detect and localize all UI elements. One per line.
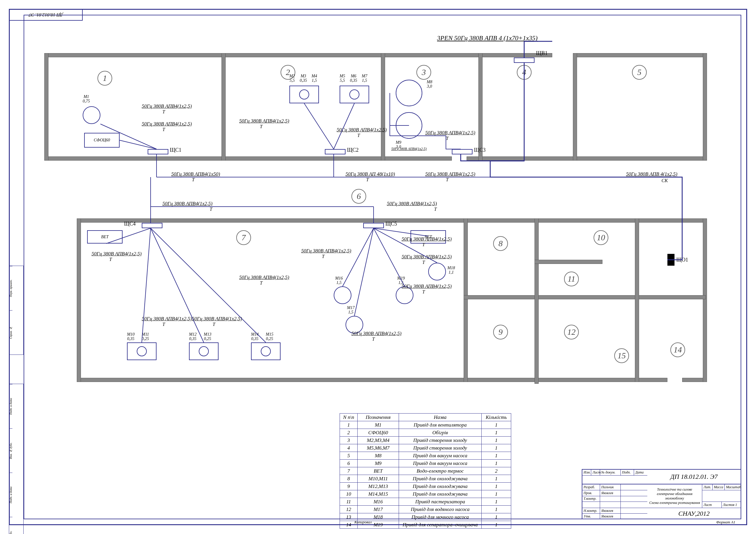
- wall: [703, 53, 707, 161]
- motor-label: М4 1,5: [311, 74, 317, 83]
- cable-t: Т: [366, 177, 369, 182]
- room-badge: 6: [351, 189, 366, 204]
- table-row: 6М9Привід для вакуум насоса1: [340, 460, 511, 467]
- table-cell: 11: [340, 498, 358, 506]
- table-row: 2СФОЦ60Обігрів1: [340, 429, 511, 437]
- table-cell: М2,М3,М4: [358, 437, 399, 444]
- cable-label: 50Гц 380В АПВ4(1х2,5): [239, 275, 289, 280]
- tb-role: Утв.: [582, 514, 600, 519]
- side-tab: Подп. и дата: [9, 473, 13, 517]
- wall: [464, 219, 468, 382]
- motor-label: М12 0,35: [189, 332, 197, 341]
- title-line: Технологічне та силове: [657, 487, 692, 492]
- cable-t: Т: [422, 260, 425, 265]
- cable-label: 50Гц 380В АПВ4(1х2,5): [402, 254, 451, 260]
- table-cell: 5: [340, 452, 358, 460]
- table-cell: 9: [340, 483, 358, 490]
- table-cell: Привід для сепаратора–очищувача: [399, 521, 482, 529]
- cable-t: Т: [260, 124, 262, 129]
- tb-mass: Масса: [713, 484, 725, 490]
- cable-t: Т: [162, 127, 165, 132]
- cable-label: 50Гц 380В АПВ 4(1х2,5): [626, 171, 677, 177]
- cable-t: Т: [322, 254, 325, 259]
- tb-sheet: Лист: [702, 502, 722, 508]
- cable-label: 50Гц 380В АПВ4(1х2,5): [142, 316, 192, 322]
- side-tab: Инв. № подл.: [9, 517, 13, 534]
- drawing-number-top: ДП 18.012.01. Э7: [9, 9, 83, 21]
- motor-label: М8 3,0: [427, 80, 432, 89]
- room-badge: 7: [236, 230, 251, 245]
- room-badge: 14: [670, 342, 685, 357]
- table-row: 1М1Привід для вентилятора1: [340, 421, 511, 429]
- tb-col: Дата: [634, 470, 647, 475]
- svg-line-15: [342, 228, 374, 286]
- panel-label: ЩС2: [347, 147, 359, 153]
- wall: [77, 219, 81, 382]
- table-cell: М17: [358, 506, 399, 513]
- table-cell: Привід пастеризатора: [399, 498, 482, 506]
- cable-t: Т: [162, 109, 165, 115]
- panel-qv1: [514, 58, 534, 63]
- th: Позначення: [358, 414, 399, 421]
- table-cell: 2: [340, 429, 358, 437]
- table-cell: М8: [358, 452, 399, 460]
- wall: [576, 53, 706, 57]
- motor-group-1415: [251, 342, 281, 360]
- tb-role: Разраб.: [582, 484, 600, 490]
- cable-t: Т: [357, 133, 360, 138]
- wall: [534, 260, 603, 264]
- cable-t: Т: [446, 136, 448, 141]
- tb-name: Яковлев: [600, 508, 621, 513]
- table-cell: 1: [482, 513, 511, 521]
- table-header-row: N п\п Позначення Назва Кількість: [340, 414, 511, 421]
- wall: [381, 53, 385, 161]
- left-side-tabs: Перв. примен. Справ. №: [9, 266, 24, 355]
- cable-label: 50Гц 380В АПВ4(1х2,5): [402, 283, 451, 289]
- table-cell: М5,М6,М7: [358, 444, 399, 452]
- cable-label: 50Гц 380В АПВ4(1х2,5): [142, 121, 192, 127]
- tb-sheets: Листов 1: [722, 502, 741, 508]
- th: Назва: [399, 414, 482, 421]
- table-cell: 1: [482, 452, 511, 460]
- svg-line-9: [334, 103, 354, 149]
- format: Формат А1: [716, 520, 735, 524]
- room-badge: 12: [564, 325, 579, 339]
- device-sfoc: СФОЦ60: [84, 133, 120, 147]
- side-tab: Инв. № дубл.: [9, 428, 13, 473]
- motor-label: М11 0,25: [142, 332, 149, 341]
- cable-t: Т: [434, 207, 437, 212]
- wall: [703, 219, 707, 382]
- motor-label: М5 5,5: [339, 74, 345, 83]
- cable-label: 50Гц 380В АПВ4(1х2,5): [239, 118, 289, 124]
- table-row: 11М16Привід пастеризатора1: [340, 498, 511, 506]
- th: Кількість: [482, 414, 511, 421]
- device-vet: ВЕТ: [87, 230, 122, 244]
- table-cell: Привід для вентилятора: [399, 421, 482, 429]
- floor-plan: 1 2 3 4 5 6 7 8 9 10 11 12 14 15 ЩС1 ЩС2…: [33, 30, 717, 398]
- table-cell: М9: [358, 460, 399, 467]
- room-badge: 5: [632, 65, 647, 80]
- tb-role: Т.контр.: [582, 496, 600, 502]
- motor-label: М1 0,75: [83, 94, 90, 104]
- motor-label: М10 0,35: [127, 332, 135, 341]
- table-cell: Привід для охолоджувача: [399, 475, 482, 483]
- table-row: 4М5,М6,М7Привід створення холоду1: [340, 444, 511, 452]
- motor-group-234: [289, 86, 319, 103]
- table-cell: Привід для водяного насоса: [399, 506, 482, 513]
- motor-m8: [396, 80, 422, 106]
- table-row: 12М17Привід для водяного насоса1: [340, 506, 511, 513]
- tb-lit: Лит.: [702, 484, 713, 490]
- tb-role: Пров.: [582, 490, 600, 496]
- room-badge: 3: [417, 65, 431, 80]
- cable-t: Т: [422, 242, 425, 247]
- room-badge: 10: [594, 230, 608, 245]
- table-cell: ВЕТ: [358, 467, 399, 475]
- tb-col: № докум.: [600, 470, 621, 475]
- side-tab: Справ. №: [9, 310, 13, 355]
- table-row: 7ВЕТВодо-електро термос2: [340, 467, 511, 475]
- cable-t: Т: [162, 322, 165, 327]
- motor-m16: [334, 286, 351, 304]
- table-cell: 1: [482, 475, 511, 483]
- cable-label: 50Гц 380В АПВ4(1х2,5): [162, 201, 212, 207]
- motor-m9: [396, 112, 422, 139]
